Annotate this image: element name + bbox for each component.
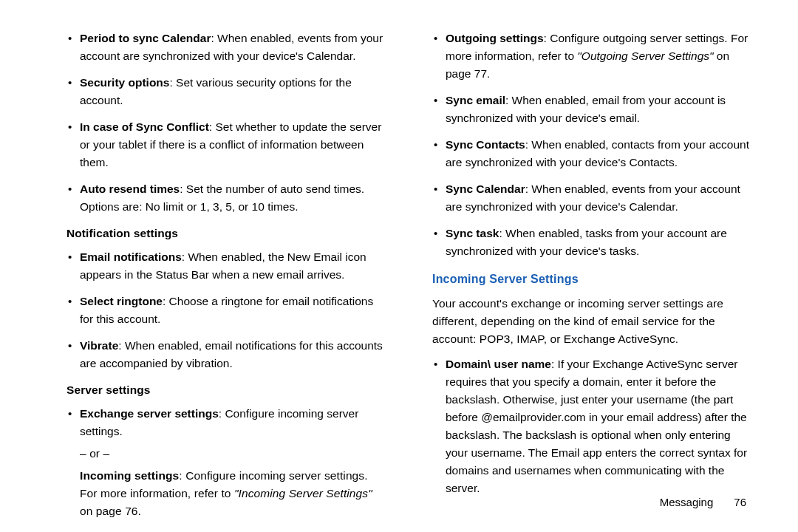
list-item: Domain\ user name: If your Exchange Acti… [432,355,754,497]
list-item: Email notifications: When enabled, the N… [66,248,388,284]
list-item: In case of Sync Conflict: Set whether to… [66,118,388,171]
list-item: Sync task: When enabled, tasks from your… [432,225,754,260]
list-item: Outgoing settings: Configure outgoing se… [432,30,754,83]
term: Vibrate [80,339,118,352]
incoming-server-settings-title: Incoming Server Settings [432,270,754,289]
manual-page: Period to sync Calendar: When enabled, e… [0,0,798,532]
term: In case of Sync Conflict [80,120,209,133]
right-column: Outgoing settings: Configure outgoing se… [410,30,754,510]
desc: : If your Exchange ActiveSync server req… [446,358,747,494]
list-item: Auto resend times: Set the number of aut… [66,180,388,216]
list-item: Sync Calendar: When enabled, events from… [432,180,754,216]
list-item: Period to sync Calendar: When enabled, e… [66,30,388,65]
list-item: Select ringtone: Choose a ringtone for e… [66,293,388,328]
term: Sync email [446,94,505,106]
term: Select ringtone [80,295,163,307]
list-item: Sync Contacts: When enabled, contacts fr… [432,136,754,171]
cross-ref: "Outgoing Server Settings" [577,50,713,62]
term: Email notifications [80,250,182,263]
term: Incoming settings [80,469,179,482]
list-item: Sync email: When enabled, email from you… [432,92,754,127]
term: Auto resend times [80,183,180,195]
incoming-settings-note: Incoming settings: Configure incoming se… [66,467,388,520]
term: Sync Calendar [446,183,525,195]
footer-section-label: Messaging [660,496,714,508]
term: Exchange server settings [80,407,219,420]
cross-ref: "Incoming Server Settings" [234,487,372,499]
intro-paragraph: Your account's exchange or incoming serv… [432,295,754,348]
desc: : When enabled, email notifications for … [80,339,383,369]
term: Security options [80,76,169,89]
list-item: Exchange server settings: Configure inco… [66,405,388,440]
list-item: Vibrate: When enabled, email notificatio… [66,337,388,372]
list-item: Security options: Set various security o… [66,74,388,109]
term: Sync Contacts [446,138,525,151]
notification-settings-heading: Notification settings [66,225,388,242]
left-column: Period to sync Calendar: When enabled, e… [66,30,410,510]
term: Domain\ user name [446,358,551,370]
term: Sync task [446,227,499,239]
page-footer: Messaging76 [660,496,746,508]
desc-b: on page 76. [80,505,141,517]
term: Period to sync Calendar [80,32,211,44]
server-settings-heading: Server settings [66,381,388,399]
term: Outgoing settings [446,32,544,44]
or-separator: – or – [66,445,388,463]
footer-page-number: 76 [734,496,746,508]
